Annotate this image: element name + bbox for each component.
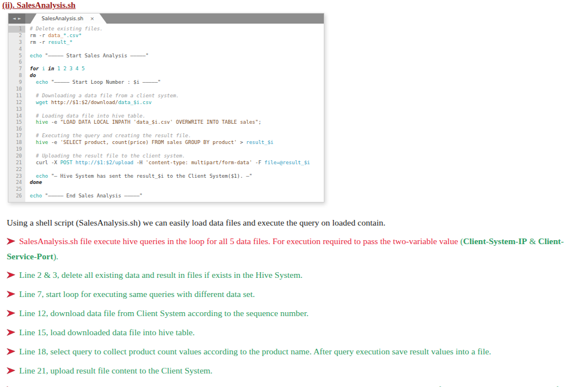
code-text: done <box>25 179 42 186</box>
code-line: 23 echo "— Hive System has sent the resu… <box>8 173 324 180</box>
line-number: 7 <box>8 66 25 73</box>
code-line: 24done <box>8 179 324 186</box>
flag-bullet-icon <box>7 307 15 321</box>
flag-bullet-icon <box>7 235 15 249</box>
line-number: 6 <box>8 59 25 66</box>
code-text <box>25 106 30 113</box>
code-line: 3rm -r result_* <box>8 39 324 46</box>
line-number: 15 <box>8 119 25 126</box>
code-text: # Executing the query and creating the r… <box>25 133 191 140</box>
code-line: 17 # Executing the query and creating th… <box>8 133 324 140</box>
code-line: 2rm -r data_*.csv* <box>8 33 324 39</box>
editor-tab-bar: ◄ ► SalesAnalysis.sh × <box>8 14 324 24</box>
tab-label: SalesAnalysis.sh <box>42 16 83 21</box>
code-text: wget http://$1:$2/download/data_$i.csv <box>25 100 152 106</box>
code-text: hive -e 'SELECT product, count(price) FR… <box>25 140 274 146</box>
flag-bullet-icon <box>7 326 15 340</box>
code-text <box>25 166 30 173</box>
code-line: 18 hive -e 'SELECT product, count(price)… <box>8 140 324 146</box>
code-text: rm -r data_*.csv* <box>25 33 82 39</box>
paragraph: Line 21, upload result file content to t… <box>7 363 584 379</box>
tab-salesanalysis[interactable]: SalesAnalysis.sh × <box>30 14 107 24</box>
code-text: echo "————— End Sales Analysis —————" <box>25 193 142 200</box>
paragraph: Line 12, download data file from Client … <box>7 306 584 321</box>
code-text <box>25 86 30 93</box>
code-line: 8do <box>8 73 324 79</box>
code-editor-window: ◄ ► SalesAnalysis.sh × 1# Delete existin… <box>8 13 324 202</box>
line-number: 13 <box>8 106 25 113</box>
code-text <box>25 46 30 53</box>
line-number: 11 <box>8 93 25 100</box>
code-line: 15 hive -e "LOAD DATA LOCAL INPATH 'data… <box>8 119 324 126</box>
code-text <box>25 59 30 66</box>
flag-bullet-icon <box>7 364 15 379</box>
code-text <box>25 126 30 133</box>
tab-close-icon[interactable]: × <box>90 16 94 21</box>
line-number: 4 <box>8 46 25 53</box>
line-number: 19 <box>8 146 25 153</box>
page-title: (ii). SalesAnalysis.sh <box>2 1 75 10</box>
paragraph: Line 15, load downloaded data file into … <box>7 325 584 340</box>
code-text: # Downloading a data file from a client … <box>25 93 179 100</box>
code-text: echo "————— Start Loop Number : $i —————… <box>25 79 161 86</box>
code-line: 26echo "————— End Sales Analysis —————" <box>8 193 324 200</box>
code-line: 20 # Uploading the result file to the cl… <box>8 153 324 160</box>
line-number: 17 <box>8 133 25 140</box>
flag-bullet-icon <box>7 383 15 387</box>
code-line: 1# Delete existing files. <box>8 26 324 33</box>
nav-forward-icon[interactable]: ► <box>18 17 21 21</box>
line-number: 16 <box>8 126 25 133</box>
code-text: rm -r result_* <box>25 39 73 46</box>
line-number: 18 <box>8 140 25 146</box>
line-number: 24 <box>8 179 25 186</box>
code-text: echo "— Hive System has sent the result_… <box>25 173 252 180</box>
flag-bullet-icon <box>7 268 15 283</box>
tab-nav-box: ◄ ► <box>8 14 25 24</box>
line-number: 1 <box>8 26 25 33</box>
code-text: # Delete existing files. <box>25 26 103 33</box>
code-text: for i in 1 2 3 4 5 <box>25 66 85 73</box>
line-number: 14 <box>8 113 25 120</box>
line-number: 21 <box>8 160 25 166</box>
code-text: do <box>25 73 36 79</box>
code-text <box>25 186 30 193</box>
line-number: 20 <box>8 153 25 160</box>
paragraph: (sh SalesAnalysis.sh 192.168.225.49 9999… <box>7 382 584 387</box>
code-line: 14 # Loading data file into hive table. <box>8 113 324 120</box>
paragraph: Line 18, select query to collect product… <box>7 344 584 359</box>
code-line: 9 echo "————— Start Loop Number : $i ———… <box>8 79 324 86</box>
code-line: 21 curl -X POST http://$1:$2/upload -H '… <box>8 160 324 166</box>
code-line: 19 <box>8 146 324 153</box>
line-number: 5 <box>8 53 25 60</box>
line-number: 2 <box>8 33 25 39</box>
code-line: 13 <box>8 106 324 113</box>
code-line: 11 # Downloading a data file from a clie… <box>8 93 324 100</box>
code-line: 12 wget http://$1:$2/download/data_$i.cs… <box>8 100 324 106</box>
flag-bullet-icon <box>7 287 15 302</box>
notes-section: Using a shell script (SalesAnalysis.sh) … <box>7 215 584 387</box>
code-line: 10 <box>8 86 324 93</box>
line-number: 10 <box>8 86 25 93</box>
code-line: 25 <box>8 186 324 193</box>
line-number: 22 <box>8 166 25 173</box>
code-line: 16 <box>8 126 324 133</box>
code-text: # Loading data file into hive table. <box>25 113 146 120</box>
line-number: 3 <box>8 39 25 46</box>
paragraph: SalesAnalysis.sh file execute hive queri… <box>7 234 584 264</box>
paragraph: Line 7, start loop for executing same qu… <box>7 287 584 302</box>
line-number: 25 <box>8 186 25 193</box>
code-line: 6 <box>8 59 324 66</box>
code-line: 5echo "————— Start Sales Analysis —————" <box>8 53 324 60</box>
line-number: 9 <box>8 79 25 86</box>
code-line: 22 <box>8 166 324 173</box>
nav-back-icon[interactable]: ◄ <box>13 17 16 21</box>
code-line: 4 <box>8 46 324 53</box>
paragraph: Using a shell script (SalesAnalysis.sh) … <box>7 215 584 230</box>
code-text: hive -e "LOAD DATA LOCAL INPATH 'data_$i… <box>25 119 261 126</box>
line-number: 12 <box>8 100 25 106</box>
code-text: echo "————— Start Sales Analysis —————" <box>25 53 148 60</box>
code-area[interactable]: 1# Delete existing files.2rm -r data_*.c… <box>8 24 324 202</box>
paragraph: Line 2 & 3, delete all existing data and… <box>7 268 584 283</box>
code-text: curl -X POST http://$1:$2/upload -H 'con… <box>25 160 310 166</box>
line-number: 26 <box>8 193 25 200</box>
